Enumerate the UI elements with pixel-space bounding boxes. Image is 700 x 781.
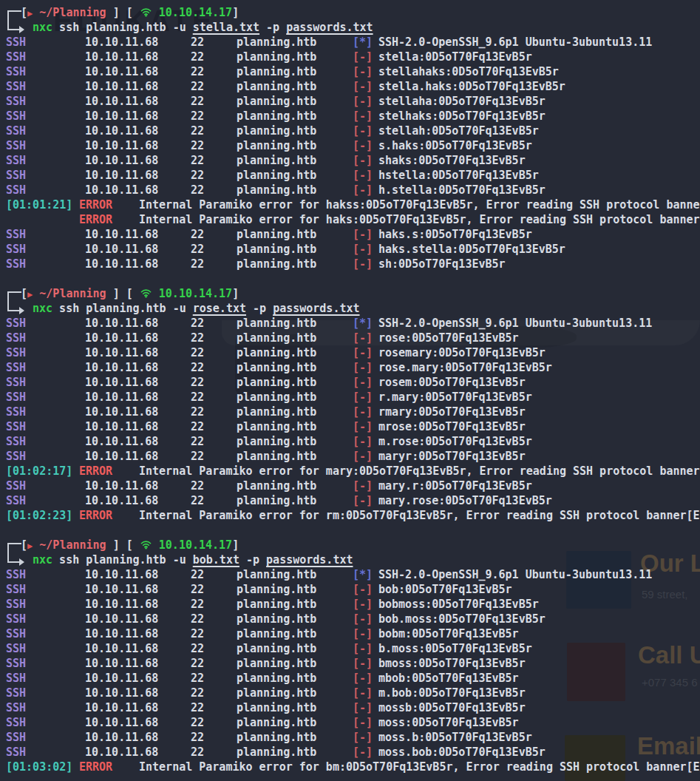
status-fail-icon: [-] xyxy=(353,671,373,686)
status-fail-icon: [-] xyxy=(353,79,373,94)
credential-attempt: rose:0D5oT70Fq13EvB5r xyxy=(378,331,519,345)
terminal-window[interactable]: EDUKATE Our Lo 59 street, Call Us +077 3… xyxy=(0,0,700,781)
port: 22 xyxy=(191,745,204,760)
command-passfile: passwords.txt xyxy=(266,553,353,567)
status-fail-icon: [-] xyxy=(353,479,373,493)
host-ip: 10.10.11.68 xyxy=(85,479,158,493)
ssh-banner-message: SSH-2.0-OpenSSH_9.6p1 Ubuntu-3ubuntu13.1… xyxy=(378,35,652,50)
result-line: SSH10.10.11.6822planning.htb[-]bob.moss:… xyxy=(0,612,700,626)
hostname: planning.htb xyxy=(237,479,316,493)
host-ip: 10.10.11.68 xyxy=(85,419,158,434)
protocol-label: SSH xyxy=(6,35,26,50)
hostname: planning.htb xyxy=(237,434,316,449)
port: 22 xyxy=(191,109,204,124)
host-ip: 10.10.11.68 xyxy=(85,124,158,138)
command-args: ssh planning.htb -u xyxy=(52,21,193,34)
host-ip: 10.10.11.68 xyxy=(85,79,158,94)
result-line: SSH10.10.11.6822planning.htb[-]stellaha:… xyxy=(0,94,700,109)
result-line: SSH10.10.11.6822planning.htb[-]mbob:0D5o… xyxy=(0,671,700,686)
command-line: nxc ssh planning.htb -u bob.txt -p passw… xyxy=(0,552,700,567)
result-line: SSH10.10.11.6822planning.htb[-]mary.rose… xyxy=(0,493,700,508)
status-fail-icon: [-] xyxy=(353,257,373,271)
prompt-bracket-icon xyxy=(7,543,21,563)
status-fail-icon: [-] xyxy=(353,715,373,730)
result-line: SSH10.10.11.6822planning.htb[-]hstella:0… xyxy=(0,168,700,183)
status-fail-icon: [-] xyxy=(353,390,373,405)
status-fail-icon: [-] xyxy=(353,730,373,745)
status-fail-icon: [-] xyxy=(353,597,373,612)
status-info-icon: [*] xyxy=(353,316,373,331)
port: 22 xyxy=(191,390,204,405)
result-line: SSH10.10.11.6822planning.htb[-]mrose:0D5… xyxy=(0,419,700,434)
port: 22 xyxy=(191,64,204,79)
command-args: ssh planning.htb -u xyxy=(52,553,193,567)
credential-attempt: m.rose:0D5oT70Fq13EvB5r xyxy=(378,434,532,449)
credential-attempt: mossb:0D5oT70Fq13EvB5r xyxy=(378,700,526,715)
ssh-banner-message: SSH-2.0-OpenSSH_9.6p1 Ubuntu-3ubuntu13.1… xyxy=(378,567,652,582)
host-ip: 10.10.11.68 xyxy=(85,434,158,449)
result-line: SSH10.10.11.6822planning.htb[-]mossb:0D5… xyxy=(0,700,700,715)
protocol-label: SSH xyxy=(6,50,26,64)
prompt-line: [▶ ~/Planning ] [ 10.10.14.17] xyxy=(0,286,700,301)
timestamp: [01:02:17] xyxy=(6,464,72,479)
prompt-arrow-icon xyxy=(19,307,28,314)
bracket-char: [ xyxy=(21,6,27,19)
status-fail-icon: [-] xyxy=(353,582,373,597)
status-fail-icon: [-] xyxy=(353,109,373,124)
command-userfile: rose.txt xyxy=(193,302,246,315)
prompt-line: [▶ ~/Planning ] [ 10.10.14.17] xyxy=(0,538,700,552)
hostname: planning.htb xyxy=(237,124,316,138)
result-line: SSH10.10.11.6822planning.htb[-]maryr:0D5… xyxy=(0,449,700,464)
result-line: SSH10.10.11.6822planning.htb[-]s.haks:0D… xyxy=(0,138,700,153)
protocol-label: SSH xyxy=(6,64,26,79)
port: 22 xyxy=(191,94,204,109)
hostname: planning.htb xyxy=(237,567,316,582)
port: 22 xyxy=(191,360,204,375)
credential-attempt: mbob:0D5oT70Fq13EvB5r xyxy=(378,671,519,686)
hostname: planning.htb xyxy=(237,641,316,656)
command-args: -p xyxy=(259,21,286,34)
credential-attempt: s.haks:0D5oT70Fq13EvB5r xyxy=(378,138,532,153)
status-fail-icon: [-] xyxy=(353,656,373,671)
hostname: planning.htb xyxy=(237,419,316,434)
status-fail-icon: [-] xyxy=(353,345,373,360)
bracket-char: ] [ xyxy=(106,6,140,19)
timestamp: [01:01:21] xyxy=(6,197,72,212)
result-line: SSH10.10.11.6822planning.htb[-]haks.stel… xyxy=(0,242,700,257)
protocol-label: SSH xyxy=(6,686,26,700)
protocol-label: SSH xyxy=(6,730,26,745)
hostname: planning.htb xyxy=(237,183,316,197)
protocol-label: SSH xyxy=(6,257,26,271)
result-line: SSH10.10.11.6822planning.htb[-]rose:0D5o… xyxy=(0,331,700,345)
prompt-ip: 10.10.14.17 xyxy=(152,538,232,552)
command-args: -p xyxy=(246,302,273,315)
port: 22 xyxy=(191,641,204,656)
hostname: planning.htb xyxy=(237,686,316,700)
status-fail-icon: [-] xyxy=(353,405,373,419)
protocol-label: SSH xyxy=(6,641,26,656)
terminal-block: [▶ ~/Planning ] [ 10.10.14.17]nxc ssh pl… xyxy=(0,538,700,774)
spacer xyxy=(33,287,39,300)
credential-attempt: moss.bob:0D5oT70Fq13EvB5r xyxy=(378,745,546,760)
protocol-label: SSH xyxy=(6,109,26,124)
protocol-label: SSH xyxy=(6,242,26,257)
status-fail-icon: [-] xyxy=(353,745,373,760)
hostname: planning.htb xyxy=(237,138,316,153)
hostname: planning.htb xyxy=(237,316,316,331)
result-line: SSH10.10.11.6822planning.htb[-]bobmoss:0… xyxy=(0,597,700,612)
wifi-icon xyxy=(140,288,152,298)
hostname: planning.htb xyxy=(237,612,316,626)
status-fail-icon: [-] xyxy=(353,183,373,197)
result-line: SSH10.10.11.6822planning.htb[*]SSH-2.0-O… xyxy=(0,35,700,50)
command-tool: nxc xyxy=(33,21,52,34)
command-tool: nxc xyxy=(33,553,52,567)
host-ip: 10.10.11.68 xyxy=(85,153,158,168)
credential-attempt: stellah:0D5oT70Fq13EvB5r xyxy=(378,124,539,138)
error-label: ERROR xyxy=(79,197,112,212)
credential-attempt: haks.stella:0D5oT70Fq13EvB5r xyxy=(378,242,565,257)
protocol-label: SSH xyxy=(6,671,26,686)
protocol-label: SSH xyxy=(6,745,26,760)
hostname: planning.htb xyxy=(237,331,316,345)
hostname: planning.htb xyxy=(237,375,316,390)
hostname: planning.htb xyxy=(237,715,316,730)
